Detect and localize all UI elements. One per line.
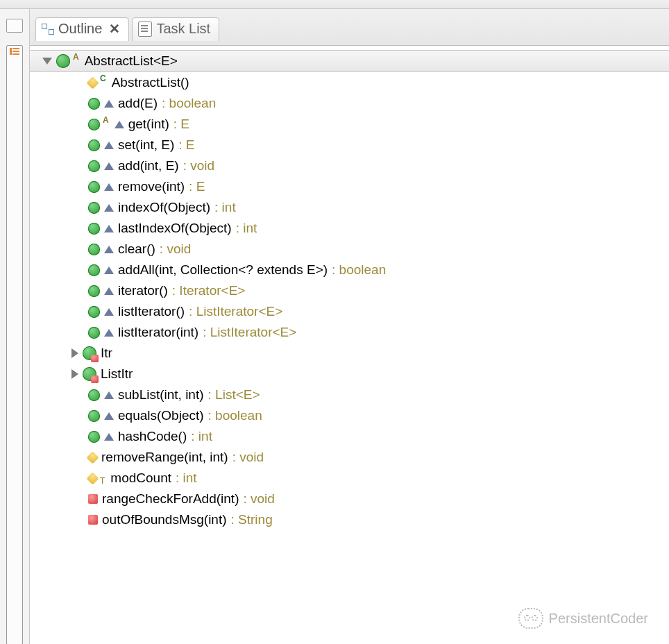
tree-item[interactable]: remove(int) : E bbox=[30, 176, 669, 197]
abstract-badge: A bbox=[73, 52, 79, 62]
override-marker-icon bbox=[104, 391, 114, 399]
override-marker-icon bbox=[104, 183, 114, 191]
tree-item[interactable]: add(E) : boolean bbox=[30, 93, 669, 114]
twisty-closed-icon[interactable] bbox=[71, 369, 78, 379]
field-protected-icon bbox=[86, 472, 99, 484]
member-signature: listIterator() bbox=[118, 304, 185, 319]
member-signature: iterator() bbox=[118, 283, 168, 298]
member-return-type: : int bbox=[236, 221, 257, 236]
left-gutter bbox=[0, 9, 30, 644]
member-signature: lastIndexOf(Object) bbox=[118, 221, 232, 236]
method-private-icon bbox=[88, 515, 98, 525]
override-marker-icon bbox=[104, 162, 114, 170]
tasklist-icon bbox=[138, 22, 152, 37]
override-marker-icon bbox=[104, 329, 114, 337]
watermark: PersistentCoder bbox=[518, 608, 648, 629]
member-return-type: : String bbox=[231, 512, 273, 527]
method-public-icon bbox=[88, 139, 100, 151]
tree-item[interactable]: outOfBoundsMsg(int) : String bbox=[30, 509, 669, 530]
member-return-type: : void bbox=[183, 158, 214, 173]
tree-item[interactable]: equals(Object) : boolean bbox=[30, 405, 669, 426]
override-marker-icon bbox=[115, 121, 124, 128]
gutter-tree-icon[interactable] bbox=[6, 45, 23, 644]
tree-item[interactable]: ListItr bbox=[30, 364, 669, 384]
member-return-type: : E bbox=[173, 117, 189, 132]
member-return-type: : void bbox=[160, 242, 191, 257]
class-public-icon bbox=[56, 54, 70, 68]
method-public-icon bbox=[88, 431, 100, 443]
close-icon[interactable]: ✕ bbox=[109, 21, 120, 37]
method-public-icon bbox=[88, 119, 100, 130]
tree-item[interactable]: clear() : void bbox=[30, 239, 669, 260]
tree-item[interactable]: listIterator() : ListIterator<E> bbox=[30, 301, 669, 322]
override-marker-icon bbox=[104, 246, 114, 253]
method-protected-icon bbox=[86, 76, 99, 89]
tree-root[interactable]: A AbstractList<E> bbox=[30, 50, 669, 72]
watermark-text: PersistentCoder bbox=[549, 611, 648, 627]
twisty-open-icon[interactable] bbox=[42, 58, 52, 65]
member-return-type: : List<E> bbox=[208, 387, 260, 402]
member-signature: addAll(int, Collection<? extends E>) bbox=[118, 262, 328, 278]
method-public-icon bbox=[88, 244, 100, 255]
member-signature: Itr bbox=[101, 346, 112, 361]
member-return-type: : int bbox=[176, 471, 197, 486]
tree-item[interactable]: Aget(int) : E bbox=[30, 114, 669, 135]
override-marker-icon bbox=[104, 412, 114, 420]
gutter-view-icon[interactable] bbox=[6, 19, 23, 33]
tree-item[interactable]: indexOf(Object) : int bbox=[30, 197, 669, 218]
method-public-icon bbox=[88, 223, 100, 235]
member-signature: listIterator(int) bbox=[118, 325, 198, 340]
override-marker-icon bbox=[104, 142, 114, 149]
member-signature: outOfBoundsMsg(int) bbox=[102, 512, 227, 527]
tree-item[interactable]: lastIndexOf(Object) : int bbox=[30, 218, 669, 239]
member-signature: rangeCheckForAdd(int) bbox=[102, 491, 239, 507]
method-public-icon bbox=[88, 264, 100, 276]
member-return-type: : boolean bbox=[208, 408, 262, 423]
outline-icon bbox=[42, 23, 54, 35]
member-signature: equals(Object) bbox=[118, 408, 204, 423]
tree-item[interactable]: Itr bbox=[30, 343, 669, 364]
member-return-type: : ListIterator<E> bbox=[189, 304, 282, 319]
member-signature: add(E) bbox=[118, 96, 158, 111]
override-marker-icon bbox=[104, 266, 114, 274]
override-marker-icon bbox=[104, 433, 114, 441]
member-signature: subList(int, int) bbox=[118, 387, 204, 402]
abstract-badge: A bbox=[103, 115, 109, 125]
tree-item[interactable]: subList(int, int) : List<E> bbox=[30, 384, 669, 405]
method-public-icon bbox=[88, 389, 100, 401]
view-tabbar: Outline ✕ Task List bbox=[30, 9, 669, 46]
twisty-closed-icon[interactable] bbox=[71, 348, 78, 358]
member-return-type: : boolean bbox=[332, 262, 386, 278]
tab-outline[interactable]: Outline ✕ bbox=[35, 17, 129, 41]
inner-class-icon bbox=[83, 346, 96, 360]
tree-item[interactable]: iterator() : Iterator<E> bbox=[30, 280, 669, 301]
member-return-type: : void bbox=[243, 491, 274, 507]
tree-item[interactable]: addAll(int, Collection<? extends E>) : b… bbox=[30, 260, 669, 280]
override-marker-icon bbox=[104, 287, 114, 295]
tree-item[interactable]: CAbstractList() bbox=[30, 72, 669, 93]
tab-tasklist[interactable]: Task List bbox=[132, 17, 219, 41]
outline-tree: A AbstractList<E> CAbstractList()add(E) … bbox=[30, 46, 669, 644]
method-public-icon bbox=[88, 285, 100, 297]
member-signature: hashCode() bbox=[118, 429, 187, 444]
method-public-icon bbox=[88, 98, 100, 110]
tree-item[interactable]: set(int, E) : E bbox=[30, 135, 669, 155]
tree-item[interactable]: hashCode() : int bbox=[30, 426, 669, 447]
tree-item[interactable]: rangeCheckForAdd(int) : void bbox=[30, 489, 669, 509]
member-return-type: : boolean bbox=[162, 96, 216, 111]
tab-tasklist-label: Task List bbox=[156, 21, 210, 37]
member-signature: removeRange(int, int) bbox=[101, 450, 228, 465]
member-signature: modCount bbox=[110, 471, 171, 486]
tree-item[interactable]: removeRange(int, int) : void bbox=[30, 447, 669, 468]
member-list: CAbstractList()add(E) : booleanAget(int)… bbox=[30, 72, 669, 530]
member-signature: get(int) bbox=[128, 117, 169, 132]
tree-item[interactable]: add(int, E) : void bbox=[30, 155, 669, 176]
method-public-icon bbox=[88, 202, 100, 214]
tree-item[interactable]: TmodCount : int bbox=[30, 468, 669, 489]
transient-badge: T bbox=[100, 476, 105, 486]
member-return-type: : ListIterator<E> bbox=[203, 325, 296, 340]
method-public-icon bbox=[88, 181, 100, 193]
tree-item[interactable]: listIterator(int) : ListIterator<E> bbox=[30, 322, 669, 343]
top-toolbar bbox=[0, 0, 669, 9]
member-return-type: : void bbox=[232, 450, 264, 465]
